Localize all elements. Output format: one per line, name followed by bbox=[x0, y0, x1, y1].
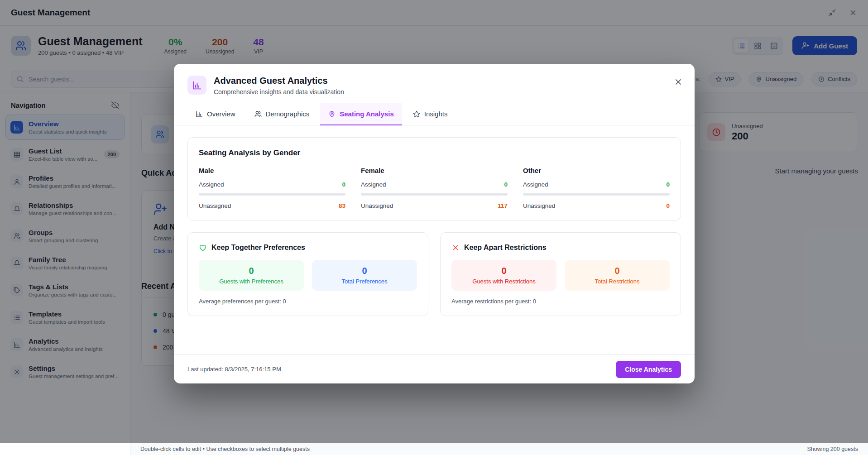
keep-together-title: Keep Together Preferences bbox=[211, 244, 305, 252]
keep-apart-card: Keep Apart Restrictions 0 Guests with Re… bbox=[440, 232, 681, 316]
seating-analysis-heading: Seating Analysis by Gender bbox=[199, 148, 670, 158]
modal-subtitle: Comprehensive insights and data visualiz… bbox=[214, 88, 344, 96]
star-icon bbox=[413, 110, 420, 118]
tab-demographics[interactable]: Demographics bbox=[246, 103, 318, 125]
average-restrictions-text: Average restrictions per guest: 0 bbox=[451, 298, 670, 305]
bar-chart-icon bbox=[196, 110, 203, 118]
female-assigned-value: 0 bbox=[504, 181, 508, 188]
male-unassigned-value: 83 bbox=[339, 202, 345, 209]
guests-with-restrictions-stat: 0 Guests with Restrictions bbox=[451, 260, 556, 291]
heart-icon bbox=[199, 244, 207, 252]
status-bar-hint: Double-click cells to edit • Use checkbo… bbox=[140, 446, 310, 452]
gender-column-female: Female Assigned0 Unassigned117 bbox=[361, 167, 508, 209]
close-modal-icon[interactable] bbox=[674, 77, 683, 86]
guest-management-app: Guest Management Guest Management 200 gu… bbox=[0, 0, 868, 455]
modal-tabs: Overview Demographics Seating Analysis I… bbox=[174, 103, 695, 125]
x-icon bbox=[451, 244, 460, 252]
gender-column-male: Male Assigned0 Unassigned83 bbox=[199, 167, 345, 209]
total-restrictions-stat: 0 Total Restrictions bbox=[565, 260, 670, 291]
seating-analysis-card: Seating Analysis by Gender Male Assigned… bbox=[187, 137, 681, 220]
guests-with-preferences-stat: 0 Guests with Preferences bbox=[199, 260, 304, 291]
gender-column-other: Other Assigned0 Unassigned0 bbox=[523, 167, 670, 209]
tab-seating-analysis[interactable]: Seating Analysis bbox=[320, 103, 402, 125]
users-icon bbox=[254, 110, 262, 118]
female-unassigned-value: 117 bbox=[498, 202, 508, 209]
modal-title: Advanced Guest Analytics bbox=[214, 76, 344, 86]
tab-insights[interactable]: Insights bbox=[405, 103, 456, 125]
map-pin-icon bbox=[328, 110, 336, 118]
tab-overview[interactable]: Overview bbox=[187, 103, 244, 125]
total-preferences-stat: 0 Total Preferences bbox=[312, 260, 417, 291]
keep-apart-title: Keep Apart Restrictions bbox=[464, 244, 547, 252]
status-bar: Double-click cells to edit • Use checkbo… bbox=[130, 443, 868, 455]
male-assigned-value: 0 bbox=[342, 181, 345, 188]
keep-together-card: Keep Together Preferences 0 Guests with … bbox=[187, 232, 428, 316]
last-updated-text: Last updated: 8/3/2025, 7:16:15 PM bbox=[187, 366, 281, 373]
close-analytics-button[interactable]: Close Analytics bbox=[616, 361, 681, 378]
average-preferences-text: Average preferences per guest: 0 bbox=[199, 298, 417, 305]
other-unassigned-value: 0 bbox=[666, 202, 670, 209]
other-assigned-value: 0 bbox=[666, 181, 670, 188]
analytics-chart-icon bbox=[187, 76, 206, 95]
other-assigned-progress bbox=[523, 193, 670, 196]
advanced-guest-analytics-modal: Advanced Guest Analytics Comprehensive i… bbox=[174, 64, 695, 383]
status-bar-count: Showing 200 guests bbox=[807, 446, 858, 452]
female-assigned-progress bbox=[361, 193, 508, 196]
male-assigned-progress bbox=[199, 193, 345, 196]
